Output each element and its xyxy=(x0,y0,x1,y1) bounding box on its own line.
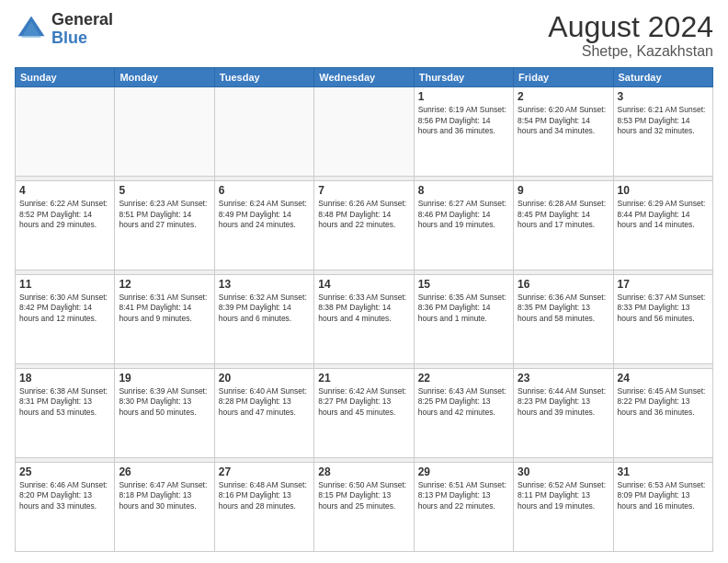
calendar-cell-w4-d4: 21Sunrise: 6:42 AM Sunset: 8:27 PM Dayli… xyxy=(314,368,414,457)
day-info: Sunrise: 6:35 AM Sunset: 8:36 PM Dayligh… xyxy=(418,293,509,324)
calendar-cell-w4-d3: 20Sunrise: 6:40 AM Sunset: 8:28 PM Dayli… xyxy=(214,368,313,457)
day-info: Sunrise: 6:23 AM Sunset: 8:51 PM Dayligh… xyxy=(119,199,210,230)
day-number: 14 xyxy=(318,278,409,291)
calendar-cell-w5-d5: 29Sunrise: 6:51 AM Sunset: 8:13 PM Dayli… xyxy=(414,462,513,551)
calendar-table: Sunday Monday Tuesday Wednesday Thursday… xyxy=(15,67,713,552)
day-number: 27 xyxy=(219,465,310,478)
logo-general: General xyxy=(51,11,113,29)
calendar-cell-w5-d6: 30Sunrise: 6:52 AM Sunset: 8:11 PM Dayli… xyxy=(514,462,613,551)
page: General Blue August 2024 Shetpe, Kazakhs… xyxy=(0,0,728,563)
day-info: Sunrise: 6:48 AM Sunset: 8:16 PM Dayligh… xyxy=(219,480,310,511)
calendar-cell-w4-d2: 19Sunrise: 6:39 AM Sunset: 8:30 PM Dayli… xyxy=(115,368,214,457)
calendar-cell-w3-d6: 16Sunrise: 6:36 AM Sunset: 8:35 PM Dayli… xyxy=(514,274,613,363)
day-info: Sunrise: 6:42 AM Sunset: 8:27 PM Dayligh… xyxy=(318,386,409,418)
calendar-cell-w1-d4 xyxy=(314,87,414,177)
calendar-cell-w2-d7: 10Sunrise: 6:29 AM Sunset: 8:44 PM Dayli… xyxy=(613,181,712,270)
day-info: Sunrise: 6:36 AM Sunset: 8:35 PM Dayligh… xyxy=(518,293,609,324)
calendar-cell-w4-d7: 24Sunrise: 6:45 AM Sunset: 8:22 PM Dayli… xyxy=(613,368,712,457)
header: General Blue August 2024 Shetpe, Kazakhs… xyxy=(15,11,713,60)
day-number: 4 xyxy=(19,184,110,197)
day-number: 29 xyxy=(418,465,509,478)
day-number: 31 xyxy=(618,465,709,478)
day-info: Sunrise: 6:26 AM Sunset: 8:48 PM Dayligh… xyxy=(318,199,409,230)
calendar-cell-w2-d4: 7Sunrise: 6:26 AM Sunset: 8:48 PM Daylig… xyxy=(314,181,414,270)
day-info: Sunrise: 6:30 AM Sunset: 8:42 PM Dayligh… xyxy=(19,293,110,324)
calendar-cell-w2-d5: 8Sunrise: 6:27 AM Sunset: 8:46 PM Daylig… xyxy=(414,181,513,270)
calendar-cell-w2-d1: 4Sunrise: 6:22 AM Sunset: 8:52 PM Daylig… xyxy=(16,181,115,270)
logo-icon xyxy=(15,13,48,46)
day-number: 13 xyxy=(219,278,310,291)
calendar-cell-w1-d7: 3Sunrise: 6:21 AM Sunset: 8:53 PM Daylig… xyxy=(613,87,712,177)
calendar-cell-w5-d4: 28Sunrise: 6:50 AM Sunset: 8:15 PM Dayli… xyxy=(314,462,414,551)
calendar-cell-w5-d3: 27Sunrise: 6:48 AM Sunset: 8:16 PM Dayli… xyxy=(214,462,313,551)
day-number: 9 xyxy=(518,184,609,197)
calendar-cell-w5-d1: 25Sunrise: 6:46 AM Sunset: 8:20 PM Dayli… xyxy=(16,462,115,551)
calendar-header-row: Sunday Monday Tuesday Wednesday Thursday… xyxy=(16,68,713,87)
day-info: Sunrise: 6:37 AM Sunset: 8:33 PM Dayligh… xyxy=(618,293,709,324)
day-number: 6 xyxy=(219,184,310,197)
calendar-cell-w3-d5: 15Sunrise: 6:35 AM Sunset: 8:36 PM Dayli… xyxy=(414,274,513,363)
day-number: 7 xyxy=(318,184,409,197)
day-info: Sunrise: 6:22 AM Sunset: 8:52 PM Dayligh… xyxy=(19,199,110,230)
day-number: 11 xyxy=(19,278,110,291)
logo-blue: Blue xyxy=(51,29,113,48)
calendar-cell-w4-d1: 18Sunrise: 6:38 AM Sunset: 8:31 PM Dayli… xyxy=(16,368,115,457)
day-number: 1 xyxy=(418,90,509,103)
col-saturday: Saturday xyxy=(613,68,712,87)
day-info: Sunrise: 6:38 AM Sunset: 8:31 PM Dayligh… xyxy=(19,386,110,418)
day-number: 18 xyxy=(19,372,110,385)
location-subtitle: Shetpe, Kazakhstan xyxy=(548,43,713,60)
day-info: Sunrise: 6:45 AM Sunset: 8:22 PM Dayligh… xyxy=(618,386,709,418)
month-year-title: August 2024 xyxy=(548,11,713,43)
calendar-week-2: 4Sunrise: 6:22 AM Sunset: 8:52 PM Daylig… xyxy=(16,181,713,270)
calendar-cell-w3-d7: 17Sunrise: 6:37 AM Sunset: 8:33 PM Dayli… xyxy=(613,274,712,363)
calendar-cell-w5-d7: 31Sunrise: 6:53 AM Sunset: 8:09 PM Dayli… xyxy=(613,462,712,551)
day-number: 23 xyxy=(518,372,609,385)
day-number: 5 xyxy=(119,184,210,197)
col-friday: Friday xyxy=(514,68,613,87)
col-sunday: Sunday xyxy=(16,68,115,87)
calendar-cell-w5-d2: 26Sunrise: 6:47 AM Sunset: 8:18 PM Dayli… xyxy=(115,462,214,551)
calendar-cell-w3-d2: 12Sunrise: 6:31 AM Sunset: 8:41 PM Dayli… xyxy=(115,274,214,363)
day-number: 17 xyxy=(618,278,709,291)
calendar-cell-w1-d5: 1Sunrise: 6:19 AM Sunset: 8:56 PM Daylig… xyxy=(414,87,513,177)
day-info: Sunrise: 6:43 AM Sunset: 8:25 PM Dayligh… xyxy=(418,386,509,418)
calendar-cell-w2-d3: 6Sunrise: 6:24 AM Sunset: 8:49 PM Daylig… xyxy=(214,181,313,270)
calendar-cell-w1-d1 xyxy=(16,87,115,177)
day-info: Sunrise: 6:51 AM Sunset: 8:13 PM Dayligh… xyxy=(418,480,509,511)
day-number: 22 xyxy=(418,372,509,385)
day-info: Sunrise: 6:47 AM Sunset: 8:18 PM Dayligh… xyxy=(119,480,210,511)
day-info: Sunrise: 6:53 AM Sunset: 8:09 PM Dayligh… xyxy=(618,480,709,511)
day-info: Sunrise: 6:28 AM Sunset: 8:45 PM Dayligh… xyxy=(518,199,609,230)
day-number: 21 xyxy=(318,372,409,385)
col-tuesday: Tuesday xyxy=(214,68,313,87)
title-block: August 2024 Shetpe, Kazakhstan xyxy=(548,11,713,60)
calendar-cell-w1-d3 xyxy=(214,87,313,177)
day-info: Sunrise: 6:52 AM Sunset: 8:11 PM Dayligh… xyxy=(518,480,609,511)
day-info: Sunrise: 6:33 AM Sunset: 8:38 PM Dayligh… xyxy=(318,293,409,324)
day-number: 26 xyxy=(119,465,210,478)
logo: General Blue xyxy=(15,11,113,48)
day-number: 28 xyxy=(318,465,409,478)
day-info: Sunrise: 6:24 AM Sunset: 8:49 PM Dayligh… xyxy=(219,199,310,230)
day-info: Sunrise: 6:20 AM Sunset: 8:54 PM Dayligh… xyxy=(518,105,609,136)
logo-text: General Blue xyxy=(51,11,113,48)
calendar-cell-w4-d6: 23Sunrise: 6:44 AM Sunset: 8:23 PM Dayli… xyxy=(514,368,613,457)
day-info: Sunrise: 6:39 AM Sunset: 8:30 PM Dayligh… xyxy=(119,386,210,418)
day-number: 24 xyxy=(618,372,709,385)
calendar-cell-w4-d5: 22Sunrise: 6:43 AM Sunset: 8:25 PM Dayli… xyxy=(414,368,513,457)
day-info: Sunrise: 6:27 AM Sunset: 8:46 PM Dayligh… xyxy=(418,199,509,230)
day-info: Sunrise: 6:19 AM Sunset: 8:56 PM Dayligh… xyxy=(418,105,509,136)
calendar-cell-w1-d6: 2Sunrise: 6:20 AM Sunset: 8:54 PM Daylig… xyxy=(514,87,613,177)
calendar-week-3: 11Sunrise: 6:30 AM Sunset: 8:42 PM Dayli… xyxy=(16,274,713,363)
day-info: Sunrise: 6:50 AM Sunset: 8:15 PM Dayligh… xyxy=(318,480,409,511)
col-wednesday: Wednesday xyxy=(314,68,414,87)
day-number: 10 xyxy=(618,184,709,197)
day-number: 15 xyxy=(418,278,509,291)
day-info: Sunrise: 6:46 AM Sunset: 8:20 PM Dayligh… xyxy=(19,480,110,511)
day-number: 25 xyxy=(19,465,110,478)
day-info: Sunrise: 6:40 AM Sunset: 8:28 PM Dayligh… xyxy=(219,386,310,418)
calendar-cell-w2-d2: 5Sunrise: 6:23 AM Sunset: 8:51 PM Daylig… xyxy=(115,181,214,270)
calendar-week-5: 25Sunrise: 6:46 AM Sunset: 8:20 PM Dayli… xyxy=(16,462,713,551)
day-info: Sunrise: 6:44 AM Sunset: 8:23 PM Dayligh… xyxy=(518,386,609,418)
